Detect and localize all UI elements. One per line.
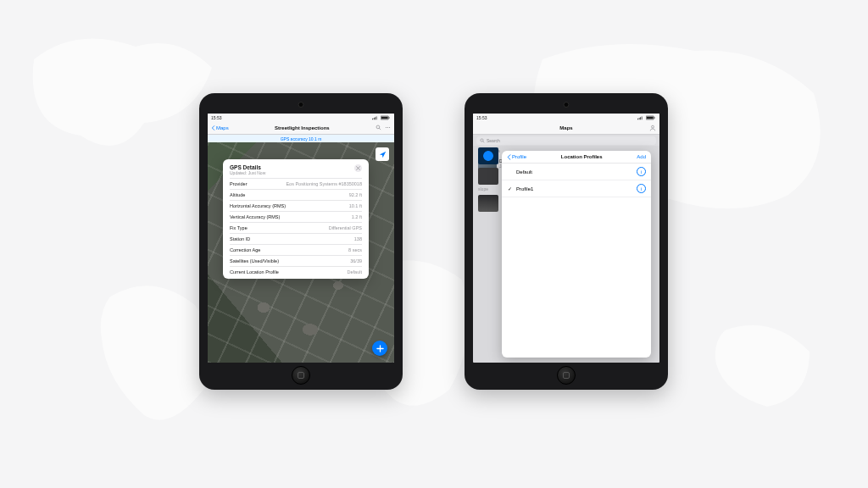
status-time: 15:53 — [211, 115, 222, 120]
add-button[interactable] — [372, 341, 387, 356]
nav-right-icons — [376, 125, 391, 131]
screen-left: 15:53 Maps Streetlight Inspections GPS a… — [208, 114, 394, 363]
search-icon[interactable] — [376, 125, 381, 131]
location-profiles-sheet: Profile Location Profiles Add Default i … — [502, 151, 651, 358]
status-icons — [637, 115, 656, 121]
strip-thumb[interactable] — [478, 168, 498, 185]
profile-row[interactable]: Default i — [502, 164, 651, 180]
svg-point-11 — [652, 125, 654, 128]
camera-left — [298, 102, 304, 108]
svg-rect-1 — [381, 117, 388, 119]
popover-title: GPS Details — [230, 164, 265, 170]
profile-row[interactable]: ✓Profile1 i — [502, 180, 651, 197]
popover-subtitle: Updated: Just Now — [230, 170, 265, 175]
status-icons — [371, 115, 391, 121]
locate-button[interactable] — [376, 147, 389, 161]
sheet-back-button[interactable]: Profile — [507, 154, 526, 160]
search-placeholder: Search — [487, 138, 500, 143]
camera-right — [564, 102, 570, 108]
gps-row-station: Station ID138 — [230, 233, 362, 244]
back-label: Maps — [216, 125, 229, 130]
back-button[interactable]: Maps — [211, 125, 229, 130]
gps-row-provider: ProviderEos Positioning Systems #1835001… — [230, 178, 362, 189]
gps-row-haccuracy: Horizontal Accuracy (RMS)10.1 ft — [230, 200, 362, 211]
tablet-right: 15:53 Maps Search Other Maps Damage Asse… — [465, 93, 668, 390]
strip-thumb[interactable] — [478, 195, 498, 212]
info-icon[interactable]: i — [637, 167, 646, 176]
tablet-left: 15:53 Maps Streetlight Inspections GPS a… — [199, 93, 403, 390]
strip-label: slope — [478, 186, 498, 191]
svg-point-7 — [389, 127, 390, 128]
gps-details-popover: GPS Details Updated: Just Now ProviderEo… — [223, 159, 369, 279]
gps-row-profile: Current Location ProfileDefault — [230, 266, 362, 277]
strip-thumb[interactable] — [478, 147, 498, 164]
svg-rect-2 — [389, 118, 390, 119]
page-title-left: Streetlight Inspections — [275, 125, 330, 130]
svg-point-6 — [387, 127, 388, 128]
profile-label: Profile1 — [516, 186, 533, 191]
world-map-background — [0, 0, 868, 488]
profile-label: Default — [516, 169, 532, 175]
sheet-nav: Profile Location Profiles Add — [502, 151, 651, 164]
checkmark-icon: ✓ — [507, 186, 513, 191]
gps-row-altitude: Altitude92.2 ft — [230, 189, 362, 200]
status-bar: 15:53 — [473, 114, 659, 122]
search-input[interactable]: Search — [476, 136, 656, 145]
svg-rect-9 — [647, 117, 654, 119]
gps-row-sats: Satellites (Used/Visible)36/39 — [230, 255, 362, 266]
status-time: 15:53 — [476, 115, 487, 120]
sheet-add-button[interactable]: Add — [637, 154, 646, 159]
home-button-left[interactable] — [292, 366, 310, 385]
sheet-title: Location Profiles — [561, 154, 603, 159]
gps-row-correction: Correction Age8 secs — [230, 244, 362, 255]
gps-row-vaccuracy: Vertical Accuracy (RMS)1.2 ft — [230, 211, 362, 222]
profile-icon[interactable] — [649, 125, 656, 132]
side-thumb-strip: slope — [478, 147, 498, 212]
nav-bar-left: Maps Streetlight Inspections — [208, 122, 394, 135]
info-icon[interactable]: i — [637, 184, 646, 193]
close-icon[interactable] — [354, 164, 362, 172]
status-bar: 15:53 — [208, 114, 394, 122]
svg-line-4 — [379, 128, 380, 129]
nav-bar-right: Maps — [473, 122, 659, 135]
home-button-right[interactable] — [557, 366, 576, 385]
svg-rect-10 — [654, 118, 655, 119]
svg-point-5 — [386, 127, 387, 128]
sheet-back-label: Profile — [512, 154, 526, 159]
screen-right: 15:53 Maps Search Other Maps Damage Asse… — [473, 114, 659, 363]
more-icon[interactable] — [385, 125, 391, 131]
stage: { "status_time": "15:53", "left": { "bac… — [0, 0, 868, 488]
svg-line-13 — [483, 141, 484, 142]
page-title-right: Maps — [559, 125, 572, 130]
gps-row-fixtype: Fix TypeDifferential GPS — [230, 222, 362, 233]
